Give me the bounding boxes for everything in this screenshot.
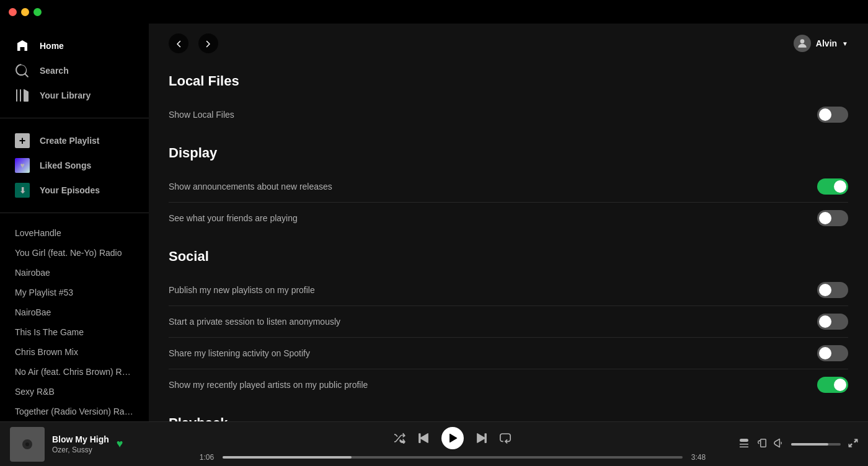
- toggle-thumb: [819, 284, 831, 296]
- settings-body: Local Files Show Local Files Display Sho…: [149, 63, 868, 466]
- toggle-track: [817, 282, 848, 298]
- settings-section-display: Display Show announcements about new rel…: [169, 135, 848, 234]
- toggle-track: [817, 178, 848, 195]
- playlist-item[interactable]: My Playlist #53: [0, 283, 149, 302]
- main-layout: Home Search Your Library: [0, 24, 868, 466]
- next-button[interactable]: [476, 433, 487, 444]
- section-title-social: Social: [169, 239, 848, 265]
- section-title-display: Display: [169, 135, 848, 161]
- home-icon: [15, 38, 30, 53]
- playlist-item[interactable]: Sexy R&B: [0, 382, 149, 402]
- sidebar-divider-1: [0, 118, 149, 118]
- toggle-private-session[interactable]: [817, 314, 848, 330]
- volume-slider[interactable]: [791, 443, 841, 446]
- sidebar-item-home[interactable]: Home: [0, 33, 149, 58]
- play-pause-button[interactable]: [441, 427, 464, 449]
- playlist-item[interactable]: Chris Brown Mix: [0, 342, 149, 362]
- progress-bar-row: 1:06 3:48: [196, 453, 709, 462]
- current-song-title: Blow My High: [52, 434, 109, 444]
- shuffle-button[interactable]: [394, 433, 405, 444]
- liked-songs-icon: ♥: [15, 158, 30, 173]
- toggle-show-local-files[interactable]: [817, 107, 848, 123]
- playlist-item[interactable]: No Air (feat. Chris Brown) Ra...: [0, 362, 149, 382]
- toggle-recently-played[interactable]: [817, 377, 848, 393]
- like-button[interactable]: ♥: [117, 437, 123, 451]
- close-button[interactable]: [9, 8, 17, 16]
- row-label: Show Local Files: [169, 110, 817, 120]
- back-button[interactable]: [169, 33, 188, 53]
- sidebar-item-home-label: Home: [40, 41, 64, 51]
- playlist-item[interactable]: This Is The Game: [0, 322, 149, 342]
- sidebar: Home Search Your Library: [0, 24, 149, 466]
- toggle-thumb: [819, 108, 831, 121]
- toggle-track: [817, 210, 848, 226]
- playlist-item[interactable]: You Girl (feat. Ne-Yo) Radio: [0, 243, 149, 263]
- library-icon: [15, 88, 30, 103]
- toggle-track: [817, 314, 848, 330]
- sidebar-item-library[interactable]: Your Library: [0, 83, 149, 108]
- create-playlist-button[interactable]: + Create Playlist: [0, 128, 149, 153]
- playlist-item[interactable]: LoveHandle: [0, 223, 149, 243]
- settings-row-announcements: Show announcements about new releases: [169, 171, 848, 203]
- fullscreen-icon[interactable]: [848, 438, 858, 451]
- liked-songs-button[interactable]: ♥ Liked Songs: [0, 153, 149, 178]
- svg-point-0: [800, 39, 805, 43]
- playback-controls: [394, 427, 511, 449]
- section-title-local-files: Local Files: [169, 63, 848, 89]
- row-label: Share my listening activity on Spotify: [169, 348, 817, 358]
- your-episodes-button[interactable]: ⬇ Your Episodes: [0, 178, 149, 203]
- user-chevron-icon: ▼: [842, 40, 848, 47]
- playlist-item[interactable]: NairoBae: [0, 302, 149, 322]
- content-area: Alvin ▼ Local Files Show Local Files: [149, 24, 868, 466]
- previous-button[interactable]: [418, 433, 429, 444]
- volume-fill: [791, 443, 828, 446]
- row-label: See what your friends are playing: [169, 213, 817, 223]
- sidebar-divider-2: [0, 213, 149, 213]
- queue-icon[interactable]: [739, 438, 749, 451]
- toggle-announcements[interactable]: [817, 178, 848, 195]
- repeat-button[interactable]: [500, 433, 511, 444]
- settings-row-publish: Publish my new playlists on my profile: [169, 275, 848, 306]
- svg-point-3: [25, 442, 29, 446]
- forward-button[interactable]: [198, 33, 218, 53]
- toggle-track: [817, 107, 848, 123]
- player-info: Blow My High Ozer, Sussy: [52, 434, 109, 454]
- playlist-item[interactable]: Nairobae: [0, 263, 149, 283]
- toggle-thumb: [834, 379, 846, 391]
- settings-row-friends: See what your friends are playing: [169, 203, 848, 234]
- toggle-publish[interactable]: [817, 282, 848, 298]
- playlist-item[interactable]: Together (Radio Version) Radio: [0, 402, 149, 421]
- toggle-friends[interactable]: [817, 210, 848, 226]
- row-label: Publish my new playlists on my profile: [169, 285, 817, 295]
- create-playlist-icon: +: [15, 133, 30, 148]
- liked-songs-label: Liked Songs: [40, 160, 91, 170]
- album-art: [10, 427, 45, 462]
- volume-icon[interactable]: [774, 438, 784, 451]
- settings-row-private-session: Start a private session to listen anonym…: [169, 306, 848, 338]
- settings-row-recently-played: Show my recently played artists on my pu…: [169, 369, 848, 400]
- nav-section: Home Search Your Library: [0, 29, 149, 113]
- toggle-track: [817, 377, 848, 393]
- settings-row-share-activity: Share my listening activity on Spotify: [169, 338, 848, 369]
- create-playlist-label: Create Playlist: [40, 136, 100, 146]
- sidebar-item-library-label: Your Library: [40, 90, 91, 100]
- episodes-icon: ⬇: [15, 183, 30, 198]
- username: Alvin: [816, 38, 837, 48]
- sidebar-item-search[interactable]: Search: [0, 58, 149, 83]
- maximize-button[interactable]: [33, 8, 42, 16]
- toggle-share-activity[interactable]: [817, 345, 848, 361]
- connect-devices-icon[interactable]: [756, 438, 766, 451]
- toggle-track: [817, 345, 848, 361]
- toggle-thumb: [819, 347, 831, 359]
- current-time: 1:06: [196, 453, 218, 462]
- sidebar-item-search-label: Search: [40, 66, 69, 76]
- progress-bar[interactable]: [223, 456, 683, 459]
- toggle-thumb: [819, 315, 831, 328]
- user-area[interactable]: Alvin ▼: [794, 35, 848, 52]
- current-song-artist: Ozer, Sussy: [52, 446, 109, 454]
- minimize-button[interactable]: [21, 8, 29, 16]
- row-label: Show my recently played artists on my pu…: [169, 380, 817, 390]
- toggle-thumb: [834, 180, 846, 193]
- nav-arrows: [169, 33, 218, 53]
- player-center: 1:06 3:48: [196, 427, 709, 462]
